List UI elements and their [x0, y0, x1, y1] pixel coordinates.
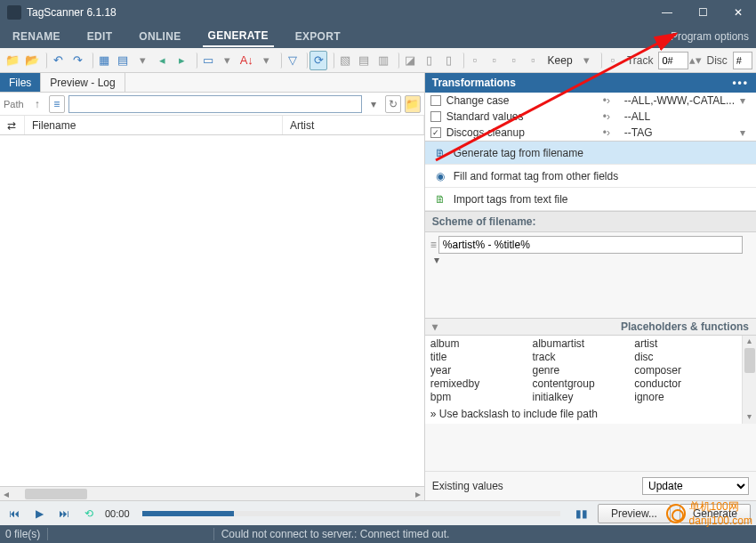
- transform-row[interactable]: Change case •› --ALL,-WWW,-CATAL... ▾: [425, 93, 756, 109]
- refresh-path-icon[interactable]: ↻: [385, 95, 401, 113]
- tab-preview-log[interactable]: Preview - Log: [41, 73, 125, 92]
- placeholders-title: Placeholders & functions: [621, 320, 749, 333]
- separator: [598, 53, 603, 69]
- transform-row[interactable]: ✓ Discogs cleanup •› --TAG ▾: [425, 125, 756, 141]
- sort-az-icon[interactable]: A↓: [237, 51, 255, 70]
- action-fill-format[interactable]: ◉ Fill and format tag from other fields: [425, 165, 756, 188]
- separator: [329, 53, 334, 69]
- num-icon[interactable]: ▫: [604, 51, 622, 70]
- rewind-icon[interactable]: ⏮: [5, 505, 23, 523]
- placeholder-item[interactable]: title: [430, 351, 533, 364]
- stepper-icon[interactable]: ▴▾: [690, 51, 701, 70]
- col-filename[interactable]: Filename: [25, 116, 283, 134]
- filter-icon[interactable]: ▽: [284, 51, 302, 70]
- prev-icon[interactable]: ◂: [153, 51, 171, 70]
- path-mode-icon[interactable]: ≡: [49, 95, 65, 113]
- placeholder-item[interactable]: ignore: [634, 391, 736, 404]
- menu-rename[interactable]: RENAME: [7, 27, 66, 46]
- dropdown-icon[interactable]: ▾: [133, 51, 151, 70]
- placeholder-item[interactable]: conductor: [634, 377, 736, 391]
- progress-bar[interactable]: [142, 511, 560, 516]
- horizontal-scrollbar[interactable]: ◂▸: [0, 486, 424, 500]
- doc2-icon[interactable]: ▯: [421, 51, 438, 70]
- preview-button[interactable]: Preview...: [598, 504, 671, 523]
- close-button[interactable]: ✕: [720, 0, 756, 25]
- dropdown-icon[interactable]: ▾: [578, 51, 596, 70]
- path-dropdown-icon[interactable]: ▾: [366, 95, 382, 113]
- doc3-icon[interactable]: ▯: [440, 51, 458, 70]
- grid-icon[interactable]: ▦: [95, 51, 113, 70]
- doc1-icon[interactable]: ◪: [401, 51, 419, 70]
- new-folder-icon[interactable]: 📂: [23, 51, 41, 70]
- chevron-down-icon[interactable]: ▾: [740, 94, 751, 107]
- page4-icon[interactable]: ▫: [525, 51, 543, 70]
- placeholder-item[interactable]: album: [430, 337, 533, 351]
- placeholder-item[interactable]: composer: [634, 364, 736, 377]
- tab-files[interactable]: Files: [0, 73, 41, 92]
- undo-icon[interactable]: ↶: [49, 51, 67, 70]
- tool1-icon[interactable]: ▧: [336, 51, 354, 70]
- file-list[interactable]: [0, 135, 424, 486]
- browse-folder-icon[interactable]: 📁: [405, 95, 421, 113]
- grid2-icon[interactable]: ▤: [114, 51, 132, 70]
- chevron-down-icon[interactable]: ▾: [740, 126, 751, 139]
- placeholder-item[interactable]: track: [533, 351, 635, 364]
- placeholder-item[interactable]: genre: [533, 364, 635, 377]
- transform-value: --ALL: [624, 110, 751, 123]
- existing-values-select[interactable]: Update: [642, 477, 749, 495]
- refresh-icon[interactable]: ⟳: [310, 51, 327, 70]
- tool2-icon[interactable]: ▤: [356, 51, 374, 70]
- checkbox[interactable]: ✓: [430, 127, 441, 138]
- path-input[interactable]: [68, 95, 362, 113]
- rect-icon[interactable]: ▭: [199, 51, 217, 70]
- up-arrow-icon[interactable]: ↑: [29, 95, 45, 113]
- disc-input[interactable]: [733, 52, 752, 69]
- col-shuffle[interactable]: ⇄: [0, 116, 25, 134]
- placeholder-item[interactable]: contentgroup: [533, 377, 635, 391]
- action-import-text[interactable]: 🗎 Import tags from text file: [425, 188, 756, 211]
- page3-icon[interactable]: ▫: [505, 51, 523, 70]
- checkbox[interactable]: [430, 95, 441, 106]
- spacer: [425, 270, 756, 318]
- action-generate-from-filename[interactable]: 🗎 Generate tag from filename: [425, 142, 756, 165]
- chevron-down-icon[interactable]: ▾: [430, 254, 443, 266]
- placeholder-item[interactable]: remixedby: [430, 377, 533, 391]
- placeholder-item[interactable]: disc: [634, 351, 736, 364]
- placeholder-item[interactable]: albumartist: [533, 337, 635, 351]
- scheme-input[interactable]: [438, 236, 743, 254]
- dropdown-icon[interactable]: ▾: [257, 51, 275, 70]
- checkbox[interactable]: [430, 111, 441, 122]
- menu-export[interactable]: EXPORT: [290, 27, 346, 46]
- sort-icon[interactable]: ▾: [432, 320, 438, 333]
- placeholder-item[interactable]: initialkey: [533, 391, 635, 404]
- transformations-menu-icon[interactable]: •••: [732, 77, 749, 89]
- track-input[interactable]: [658, 52, 688, 69]
- open-folder-icon[interactable]: 📁: [4, 51, 21, 70]
- program-options-link[interactable]: Program options: [671, 30, 749, 43]
- menu-edit[interactable]: EDIT: [82, 27, 118, 46]
- page1-icon[interactable]: ▫: [466, 51, 484, 70]
- tool3-icon[interactable]: ▥: [374, 51, 392, 70]
- dropdown-icon[interactable]: ▾: [218, 51, 236, 70]
- maximize-button[interactable]: ☐: [685, 0, 720, 25]
- repeat-icon[interactable]: ⟲: [80, 505, 98, 523]
- volume-icon[interactable]: ▮▮: [573, 505, 591, 523]
- next-icon[interactable]: ▸: [173, 51, 190, 70]
- forward-icon[interactable]: ⏭: [55, 505, 73, 523]
- vertical-scrollbar[interactable]: ▴▾: [742, 336, 756, 424]
- col-artist[interactable]: Artist: [283, 116, 424, 134]
- generate-button[interactable]: Generate: [680, 504, 751, 523]
- page2-icon[interactable]: ▫: [486, 51, 503, 70]
- placeholders-header[interactable]: ▾ Placeholders & functions: [425, 318, 756, 336]
- transform-name: Discogs cleanup: [446, 126, 598, 139]
- placeholder-item[interactable]: artist: [634, 337, 736, 351]
- transform-row[interactable]: Standard values •› --ALL: [425, 109, 756, 125]
- placeholder-item[interactable]: year: [430, 364, 533, 377]
- existing-values-row: Existing values Update: [425, 471, 756, 500]
- menu-generate[interactable]: GENERATE: [203, 26, 274, 47]
- redo-icon[interactable]: ↷: [68, 51, 86, 70]
- play-icon[interactable]: ▶: [30, 505, 48, 523]
- minimize-button[interactable]: —: [649, 0, 685, 25]
- placeholder-item[interactable]: bpm: [430, 391, 533, 404]
- menu-online[interactable]: ONLINE: [133, 27, 186, 46]
